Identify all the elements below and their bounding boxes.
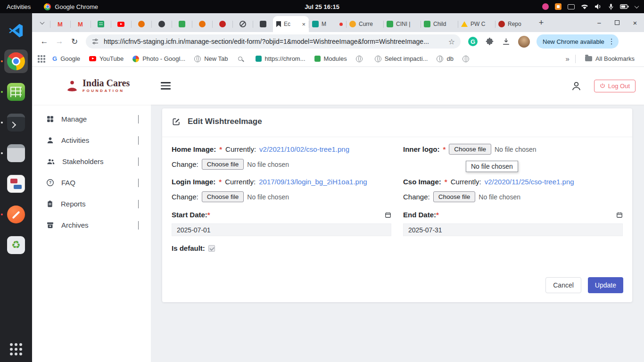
bookmark-select-impact[interactable]: Select impacti... [371,54,432,64]
pinned-tab-sheets-1[interactable] [91,16,111,32]
dock-item-recycler[interactable]: ♻ [4,233,28,257]
pinned-tab-gmail-1[interactable]: M [50,16,70,32]
browser-menu-icon[interactable]: ⋮ [608,37,615,46]
downloads-icon[interactable] [502,37,511,46]
dock-item-files[interactable] [4,141,28,165]
activities-button[interactable]: Activities [7,3,31,10]
microphone-icon[interactable] [608,3,614,10]
tab-child[interactable]: Child [421,16,458,32]
pinned-tab-youtube[interactable] [111,16,131,32]
pinned-tab-dark-1[interactable] [151,16,172,32]
pinned-tab-orange-1[interactable] [131,16,151,32]
bookmark-db[interactable]: db [433,54,457,64]
extensions-puzzle-icon[interactable] [485,37,494,46]
pinned-tab-orange-2[interactable] [192,16,212,32]
bookmark-globe-2[interactable] [459,54,476,64]
reload-button[interactable]: ↻ [67,34,82,49]
sidebar-item-reports[interactable]: Reports [32,193,151,214]
home-image-current-link[interactable]: v2/2021/10/02/cso-tree1.png [259,145,349,153]
show-applications-button[interactable] [4,332,28,355]
start-date-input[interactable] [172,223,391,236]
dock-item-terminal[interactable] [4,111,28,134]
pinned-tab-red[interactable] [212,16,232,32]
bookmark-new-tab[interactable]: New Tab [190,54,231,64]
inner-logo-choose-file-button[interactable]: Choose file [449,144,491,155]
battery-icon[interactable] [620,4,629,9]
sidebar-item-faq[interactable]: ? FAQ [32,172,151,193]
grammarly-extension-icon[interactable]: G [468,37,478,46]
apps-shortcut-icon[interactable] [38,55,45,63]
tab-close-icon[interactable]: × [302,21,305,27]
chrome-update-chip[interactable]: New Chrome available ⋮ [537,34,619,49]
minimize-button[interactable]: − [596,19,603,26]
all-bookmarks-button[interactable]: All Bookmarks [581,54,638,64]
dock-item-vscode[interactable] [4,19,28,42]
cso-image-current-link[interactable]: v2/2020/11/25/cso-tree1.png [485,178,574,186]
orange-pen-app-icon [7,206,25,223]
bookmark-star-icon[interactable]: ☆ [448,37,455,46]
pinned-tab-gmail-2[interactable]: M [70,16,91,32]
volume-icon[interactable] [594,3,602,10]
end-date-input[interactable] [403,223,623,236]
bookmark-search[interactable] [233,54,250,63]
dock-item-screenshot-tool[interactable] [4,172,28,196]
bookmark-chrom[interactable]: https://chrom... [252,54,309,64]
bookmark-youtube[interactable]: YouTube [85,54,127,64]
home-image-choose-file-button[interactable]: Choose file [202,159,244,170]
user-profile-icon[interactable] [571,81,582,91]
orange-app-indicator-icon[interactable] [555,3,561,10]
cancel-button[interactable]: Cancel [545,277,581,293]
tab-meet[interactable]: M [309,16,346,32]
back-button[interactable]: ← [37,34,52,49]
update-button[interactable]: Update [588,277,623,293]
tab-cini[interactable]: CINI | [383,16,421,32]
pinned-tab-blocked[interactable] [232,16,253,32]
clock[interactable]: Jul 25 16:15 [305,3,339,10]
calendar-icon[interactable] [616,212,623,218]
logout-button[interactable]: Log Out [594,80,636,92]
new-tab-button[interactable]: + [535,16,547,29]
bookmark-globe-1[interactable] [352,54,370,64]
forward-button[interactable]: → [52,34,67,49]
sidebar-item-activities[interactable]: Activities [32,130,151,151]
focused-app-menu[interactable]: Google Chrome [44,3,98,10]
sidebar-item-manage[interactable]: Manage [32,108,151,130]
calendar-icon[interactable] [385,212,391,218]
active-tab[interactable]: Ec × [273,16,309,32]
bookmark-google[interactable]: GGoogle [49,54,84,64]
pinned-tab-dark-2[interactable] [253,16,273,32]
bookmark-modules[interactable]: Modules [311,54,351,64]
login-image-current-link[interactable]: 2017/09/13/login_bg_2iH1oa1.png [259,178,367,186]
cso-image-choose-file-button[interactable]: Choose file [433,191,476,202]
display-icon[interactable] [568,4,575,9]
site-logo[interactable]: India Cares FOUNDATION [65,78,130,93]
page-title: Edit WishtreeImage [188,117,262,126]
bookmark-photos[interactable]: Photo - Googl... [129,54,189,64]
sidebar-item-stakeholders[interactable]: Stakeholders [32,151,151,172]
dock-item-chrome[interactable] [4,49,28,73]
gmail-icon: M [77,21,84,27]
pink-app-indicator-icon[interactable] [542,3,549,10]
sidebar-item-archives[interactable]: Archives [32,214,151,236]
login-image-choose-file-button[interactable]: Choose file [202,191,244,202]
address-bar[interactable]: https://icfnv5-staging.icfn.in/manage-se… [86,34,461,49]
is-default-checkbox[interactable] [208,245,215,252]
globe-icon [437,56,443,62]
close-window-button[interactable]: × [632,19,638,26]
profile-avatar[interactable] [518,36,530,48]
dock-item-orange-app[interactable] [4,203,28,226]
system-menu-chevron-icon[interactable] [635,5,638,8]
bookmarks-overflow-icon[interactable]: » [566,55,570,63]
dock-item-libreoffice-calc[interactable] [4,80,28,104]
dark-square-icon [260,21,266,27]
maximize-button[interactable] [614,19,620,26]
tab-pw[interactable]: PW C [458,16,495,32]
url-text[interactable]: https://icfnv5-staging.icfn.in/manage-se… [104,38,444,45]
site-settings-icon[interactable] [91,38,99,45]
pinned-tab-sheets-2[interactable] [172,16,192,32]
wifi-icon[interactable] [581,4,588,9]
tab-curre[interactable]: Curre [346,16,383,32]
tab-repo[interactable]: Repo [495,16,532,32]
hamburger-menu-icon[interactable] [161,82,171,90]
tab-search-button[interactable] [36,16,48,29]
